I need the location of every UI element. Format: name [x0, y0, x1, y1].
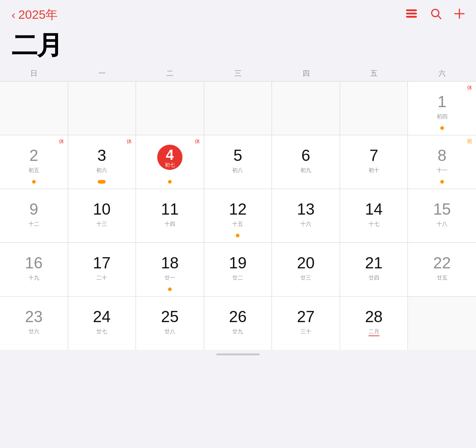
- search-icon[interactable]: [431, 8, 441, 22]
- header-right: [406, 8, 464, 22]
- event-dot-pill: [98, 180, 106, 184]
- day-number: 13: [297, 201, 315, 217]
- day-lunar: 廿九: [232, 328, 243, 335]
- day-of-week-row: 日 一 二 三 四 五 六: [0, 66, 476, 82]
- day-number: 18: [161, 255, 178, 271]
- day-num-wrap: 22: [431, 252, 453, 274]
- drag-handle: [216, 353, 260, 355]
- day-num-wrap: 15: [431, 198, 453, 220]
- day-lunar: 二月: [369, 328, 379, 336]
- day-number: 15: [433, 201, 451, 217]
- day-number: 8: [437, 148, 446, 163]
- day-number: 17: [93, 255, 111, 271]
- day-number: 27: [297, 309, 315, 325]
- week-row: 休 1 初四: [0, 82, 476, 135]
- day-lunar: 廿七: [96, 328, 107, 335]
- day-lunar-today: 初七: [165, 162, 175, 167]
- event-dot: [32, 180, 36, 184]
- day-lunar: 初四: [437, 113, 448, 120]
- day-cell-11[interactable]: 11 十四: [136, 189, 204, 242]
- day-empty: [204, 82, 272, 135]
- year-label[interactable]: 2025年: [18, 6, 58, 23]
- day-cell-18[interactable]: 18 廿一: [136, 243, 204, 296]
- day-cell-22[interactable]: 22 廿五: [408, 243, 476, 296]
- day-cell-15[interactable]: 15 十八: [408, 189, 476, 242]
- day-cell-6[interactable]: 6 初九: [272, 135, 340, 189]
- day-num-wrap: 21: [363, 252, 385, 274]
- day-number: 3: [97, 148, 106, 163]
- day-cell-13[interactable]: 13 十六: [272, 189, 340, 242]
- day-cell-28[interactable]: 28 二月: [340, 297, 408, 350]
- day-number: 6: [301, 148, 310, 163]
- day-cell-20[interactable]: 20 廿三: [272, 243, 340, 296]
- day-lunar: 初六: [96, 167, 107, 174]
- day-cell-14[interactable]: 14 十七: [340, 189, 408, 242]
- day-num-wrap: 23: [23, 306, 45, 328]
- day-lunar: 初十: [369, 167, 379, 174]
- event-dot: [236, 234, 239, 237]
- day-number: 25: [161, 309, 178, 325]
- day-number: 24: [93, 309, 111, 325]
- dow-fri: 五: [340, 66, 408, 81]
- day-lunar: 三十: [300, 328, 311, 335]
- day-cell-23[interactable]: 23 廿六: [0, 297, 68, 350]
- day-cell-1[interactable]: 休 1 初四: [408, 82, 476, 135]
- day-lunar: 廿六: [28, 328, 39, 335]
- day-cell-19[interactable]: 19 廿二: [204, 243, 272, 296]
- header: ‹ 2025年: [0, 0, 476, 27]
- day-cell-5[interactable]: 5 初八: [204, 135, 272, 189]
- dot-area: [0, 180, 68, 184]
- day-cell-3[interactable]: 休 3 初六: [68, 135, 136, 189]
- day-cell-27[interactable]: 27 三十: [272, 297, 340, 350]
- day-num-wrap: 2: [23, 145, 45, 166]
- day-lunar: 十六: [300, 221, 311, 228]
- day-cell-4-today[interactable]: 休 4 初七: [136, 135, 204, 189]
- day-cell-21[interactable]: 21 廿四: [340, 243, 408, 296]
- day-num-wrap: 6: [295, 145, 317, 166]
- badge-xiu: 休: [127, 138, 132, 145]
- svg-rect-1: [406, 13, 417, 14]
- day-number-today: 4: [166, 148, 174, 162]
- day-number: 10: [93, 201, 111, 217]
- day-num-wrap: 18: [159, 252, 181, 274]
- day-num-wrap: 5: [227, 145, 248, 166]
- dot-area: [408, 180, 476, 184]
- day-empty: [340, 82, 408, 135]
- badge-xiu: 休: [59, 138, 64, 145]
- day-cell-24[interactable]: 24 廿七: [68, 297, 136, 350]
- day-cell-16[interactable]: 16 十九: [0, 243, 68, 296]
- day-cell-2[interactable]: 休 2 初五: [0, 135, 68, 189]
- month-label: 二月: [12, 31, 62, 60]
- day-num-wrap: 11: [159, 198, 181, 220]
- day-num-wrap: 19: [227, 252, 248, 274]
- day-cell-17[interactable]: 17 二十: [68, 243, 136, 296]
- day-lunar: 初九: [300, 167, 311, 174]
- day-lunar: 初八: [232, 167, 243, 174]
- day-cell-12[interactable]: 12 十五: [204, 189, 272, 242]
- day-cell-10[interactable]: 10 十三: [68, 189, 136, 242]
- dow-sun: 日: [0, 66, 68, 81]
- day-number: 19: [229, 255, 247, 271]
- event-dot: [168, 180, 172, 184]
- day-number: 20: [297, 255, 315, 271]
- day-cell-9[interactable]: 9 十二: [0, 189, 68, 242]
- badge-xiu: 休: [467, 84, 472, 91]
- day-number: 7: [369, 148, 378, 163]
- day-num-wrap: 10: [91, 198, 113, 220]
- week-row: 16 十九 17 二十 18 廿一 19 廿二 2: [0, 243, 476, 297]
- month-title: 二月: [0, 27, 476, 66]
- add-icon[interactable]: [454, 9, 464, 21]
- day-cell-26[interactable]: 26 廿九: [204, 297, 272, 350]
- day-empty: [272, 82, 340, 135]
- day-num-wrap: 28: [363, 306, 385, 328]
- day-cell-8[interactable]: 班 8 十一: [408, 135, 476, 189]
- day-empty: [136, 82, 204, 135]
- day-lunar: 廿四: [369, 274, 379, 281]
- day-cell-25[interactable]: 25 廿八: [136, 297, 204, 350]
- event-dot: [440, 126, 444, 130]
- day-lunar: 二十: [96, 274, 107, 281]
- day-cell-7[interactable]: 7 初十: [340, 135, 408, 189]
- list-icon[interactable]: [406, 9, 418, 21]
- back-button[interactable]: ‹: [12, 9, 16, 21]
- day-num-wrap: 1: [431, 91, 453, 113]
